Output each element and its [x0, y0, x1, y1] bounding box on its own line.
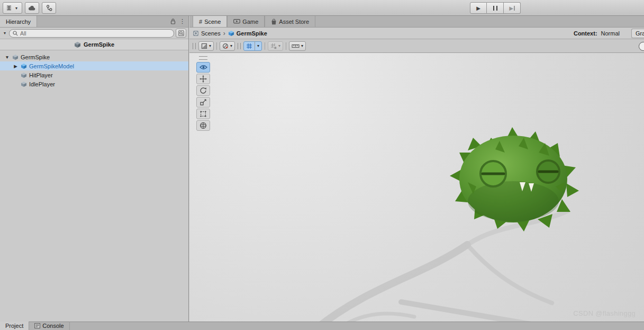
step-icon: ▶ — [509, 5, 515, 11]
tab-scene[interactable]: # Scene — [193, 16, 227, 27]
search-input[interactable] — [20, 30, 170, 37]
cloud-services-button[interactable] — [25, 2, 39, 14]
tree-item-label: GermSpikeModel — [29, 63, 74, 69]
tree-row-selected[interactable]: ▶ GermSpikeModel — [0, 61, 188, 70]
game-icon — [233, 19, 240, 24]
scene-toolbar: ▾ ▾ ▾ ▾ — [189, 39, 644, 53]
pause-button[interactable] — [487, 2, 504, 14]
hierarchy-search-row: ▾ — [0, 28, 188, 39]
overlay-drag-handle[interactable] — [199, 56, 207, 60]
scale-icon — [199, 99, 207, 106]
germ-spike-model[interactable] — [445, 123, 582, 231]
gameobject-cube-icon — [12, 54, 19, 60]
tree-item-label: IdlePlayer — [29, 81, 55, 87]
transform-tools-dropdown[interactable]: ▾ — [3, 2, 22, 14]
step-button[interactable]: ▶ — [504, 2, 521, 14]
breadcrumb-current[interactable]: GermSpike — [228, 30, 267, 37]
snap-grid-icon — [270, 43, 277, 49]
bottom-tabbar: Project Console — [0, 322, 644, 330]
tab-console[interactable]: Console — [29, 322, 69, 330]
caret-down-icon: ▾ — [14, 6, 19, 11]
cloud-icon — [28, 5, 36, 11]
create-dropdown-caret-icon[interactable]: ▾ — [2, 31, 7, 35]
gameobject-cube-icon — [21, 72, 27, 78]
play-controls: ▶ ▶ — [470, 2, 521, 14]
hierarchy-tabbar: Hierarchy ⋮ — [0, 16, 188, 28]
fold-closed-icon[interactable]: ▶ — [13, 64, 19, 69]
move-tool-button[interactable] — [196, 74, 210, 84]
tree-item-label: GermSpike — [21, 54, 50, 60]
transform-tools-icon — [6, 5, 12, 11]
scene-asset-icon — [74, 41, 81, 48]
rect-tool-icon — [199, 110, 207, 118]
context-option-clipped[interactable]: Gra — [631, 29, 644, 38]
units-dropdown[interactable]: ▾ — [289, 41, 306, 51]
tab-asset-store[interactable]: Asset Store — [265, 16, 315, 27]
scene-tools-overlay — [196, 56, 211, 131]
scene-name-label: GermSpike — [84, 41, 114, 48]
prefab-cube-icon — [21, 63, 27, 69]
tab-hierarchy[interactable]: Hierarchy — [0, 16, 37, 27]
kebab-menu-icon[interactable]: ⋮ — [179, 19, 185, 24]
watermark: CSDN @flashinggg — [573, 309, 636, 317]
tree-row[interactable]: HitPlayer — [0, 70, 188, 79]
eye-icon — [199, 65, 207, 70]
unity-editor-window: ▾ ▶ ▶ — [0, 0, 644, 330]
camera-preview-handle[interactable] — [639, 42, 644, 51]
grid-visibility-toggle[interactable]: ▾ — [243, 41, 262, 51]
hierarchy-search-field[interactable] — [9, 29, 174, 38]
ruler-icon — [292, 43, 300, 49]
lock-icon[interactable] — [170, 18, 176, 24]
prefab-breadcrumb-bar: Scenes › GermSpike Context: Normal Gra — [189, 28, 644, 39]
scene-grid-icon: # — [199, 19, 202, 25]
scene-name-header[interactable]: GermSpike — [0, 39, 188, 50]
rect-tool-button[interactable] — [196, 109, 210, 119]
prefab-cube-icon — [228, 30, 234, 37]
pause-icon — [493, 6, 497, 11]
scene-tabbar: # Scene Game Asset Store — [189, 16, 644, 28]
hierarchy-tree: ▼ GermSpike ▶ GermSpikeModel HitPlayer — [0, 50, 188, 88]
snap-settings-dropdown[interactable]: ▾ — [268, 41, 283, 51]
scene-view-panel: # Scene Game Asset Store Sce — [189, 16, 644, 322]
scene-effects-dropdown[interactable]: ▾ — [220, 41, 235, 51]
grid-icon — [244, 42, 255, 50]
tree-row[interactable]: ▼ GermSpike — [0, 52, 188, 61]
tree-item-label: HitPlayer — [29, 72, 53, 78]
version-control-button[interactable] — [42, 2, 56, 14]
context-value[interactable]: Normal — [601, 30, 620, 37]
transform-tool-button[interactable] — [196, 120, 210, 131]
advanced-search-button[interactable] — [176, 29, 186, 38]
breadcrumb-root[interactable]: Scenes — [193, 30, 221, 37]
scene-viewport[interactable]: CSDN @flashinggg — [189, 53, 644, 322]
toolbar-drag-handle[interactable] — [238, 43, 241, 49]
rotate-icon — [199, 87, 207, 94]
breadcrumb-chevron-icon: › — [223, 30, 225, 37]
tab-game[interactable]: Game — [227, 16, 265, 27]
console-icon — [34, 323, 40, 328]
context-label: Context: — [574, 30, 597, 37]
play-button[interactable]: ▶ — [470, 2, 487, 14]
prefab-context-control: Context: Normal — [574, 30, 641, 37]
draw-mode-dropdown[interactable]: ▾ — [198, 41, 214, 51]
gameobject-cube-icon — [21, 81, 27, 87]
asset-store-bag-icon — [271, 19, 277, 25]
fold-open-icon[interactable]: ▼ — [4, 55, 10, 60]
effects-toggle-icon — [222, 43, 229, 49]
move-icon — [199, 75, 207, 83]
rotate-tool-button[interactable] — [196, 85, 210, 96]
shaded-mode-icon — [201, 43, 207, 49]
grid-options-caret[interactable]: ▾ — [255, 42, 261, 50]
hierarchy-panel: Hierarchy ⋮ ▾ — [0, 16, 189, 322]
play-icon: ▶ — [476, 5, 480, 11]
scale-tool-button[interactable] — [196, 97, 210, 108]
version-control-icon — [46, 5, 52, 11]
view-tool-button[interactable] — [196, 62, 210, 73]
tab-project[interactable]: Project — [0, 322, 29, 330]
tree-row[interactable]: IdlePlayer — [0, 79, 188, 88]
search-window-icon — [178, 30, 184, 36]
toolbar-drag-handle[interactable] — [193, 43, 196, 49]
transform-gizmo-icon — [199, 122, 207, 129]
scenes-icon — [193, 30, 199, 37]
main-toolbar: ▾ ▶ ▶ — [0, 0, 644, 16]
search-icon — [13, 31, 18, 36]
